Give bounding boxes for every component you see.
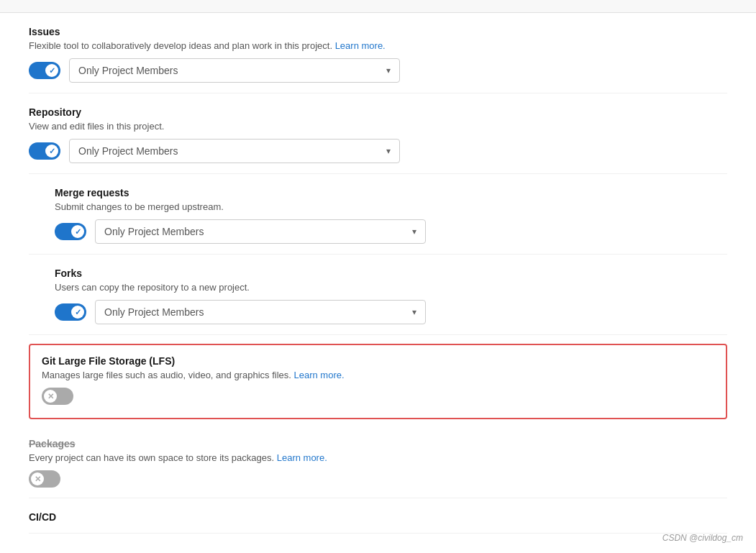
merge-requests-dropdown[interactable]: Only Project Members ▾ — [95, 219, 426, 244]
git-lfs-section: Git Large File Storage (LFS) Manages lar… — [29, 344, 727, 419]
toggle-x-icon: ✕ — [47, 393, 54, 401]
forks-dropdown[interactable]: Only Project Members ▾ — [95, 300, 426, 324]
git-lfs-title: Git Large File Storage (LFS) — [42, 355, 714, 367]
git-lfs-toggle[interactable]: ✕ — [42, 388, 73, 405]
packages-toggle[interactable]: ✕ — [29, 470, 60, 488]
repository-dropdown-arrow-icon: ▾ — [386, 146, 391, 156]
forks-desc: Users can copy the repository to a new p… — [55, 282, 727, 293]
toggle-check-icon: ✓ — [49, 67, 55, 75]
merge-requests-title: Merge requests — [55, 187, 727, 198]
issues-toggle-row: ✓ Only Project Members ▾ — [29, 58, 727, 83]
repository-title: Repository — [29, 106, 727, 118]
toggle-x-icon: ✕ — [35, 475, 41, 483]
merge-requests-toggle[interactable]: ✓ — [55, 223, 86, 240]
toggle-check-icon: ✓ — [49, 147, 55, 155]
forks-title: Forks — [55, 268, 727, 279]
toggle-check-icon: ✓ — [75, 309, 81, 316]
repository-desc: View and edit files in this project. — [29, 121, 727, 132]
merge-requests-section: Merge requests Submit changes to be merg… — [29, 174, 727, 255]
repository-toggle-row: ✓ Only Project Members ▾ — [29, 139, 727, 163]
cicd-title: CI/CD — [29, 511, 727, 523]
issues-desc: Flexible tool to collaboratively develop… — [29, 40, 727, 51]
issues-toggle[interactable]: ✓ — [29, 62, 60, 79]
issues-learn-more-link[interactable]: Learn more. — [335, 40, 386, 51]
issues-dropdown-arrow-icon: ▾ — [386, 65, 391, 76]
repository-section: Repository View and edit files in this p… — [29, 93, 727, 174]
merge-requests-toggle-row: ✓ Only Project Members ▾ — [55, 219, 727, 244]
forks-toggle-row: ✓ Only Project Members ▾ — [55, 300, 727, 324]
packages-title: Packages — [29, 438, 727, 449]
toggle-check-icon: ✓ — [75, 228, 81, 236]
git-lfs-desc: Manages large files such as audio, video… — [42, 370, 714, 380]
repository-dropdown[interactable]: Only Project Members ▾ — [69, 139, 400, 163]
forks-section: Forks Users can copy the repository to a… — [29, 255, 727, 335]
git-lfs-learn-more-link[interactable]: Learn more. — [294, 370, 345, 380]
forks-toggle[interactable]: ✓ — [55, 303, 86, 321]
issues-dropdown[interactable]: Only Project Members ▾ — [69, 58, 400, 83]
merge-requests-dropdown-arrow-icon: ▾ — [412, 227, 416, 237]
repository-toggle[interactable]: ✓ — [29, 142, 60, 160]
packages-desc: Every project can have its own space to … — [29, 452, 727, 463]
forks-dropdown-arrow-icon: ▾ — [412, 307, 416, 317]
cicd-section: CI/CD — [29, 498, 727, 534]
packages-section: Packages Every project can have its own … — [29, 425, 727, 498]
watermark-text: CSDN @civildog_cm — [662, 533, 743, 543]
packages-learn-more-link[interactable]: Learn more. — [277, 452, 327, 463]
merge-requests-desc: Submit changes to be merged upstream. — [55, 201, 727, 212]
packages-toggle-row: ✕ — [29, 470, 727, 488]
git-lfs-toggle-row: ✕ — [42, 388, 714, 405]
issues-title: Issues — [29, 26, 727, 37]
issues-section: Issues Flexible tool to collaboratively … — [29, 13, 727, 93]
